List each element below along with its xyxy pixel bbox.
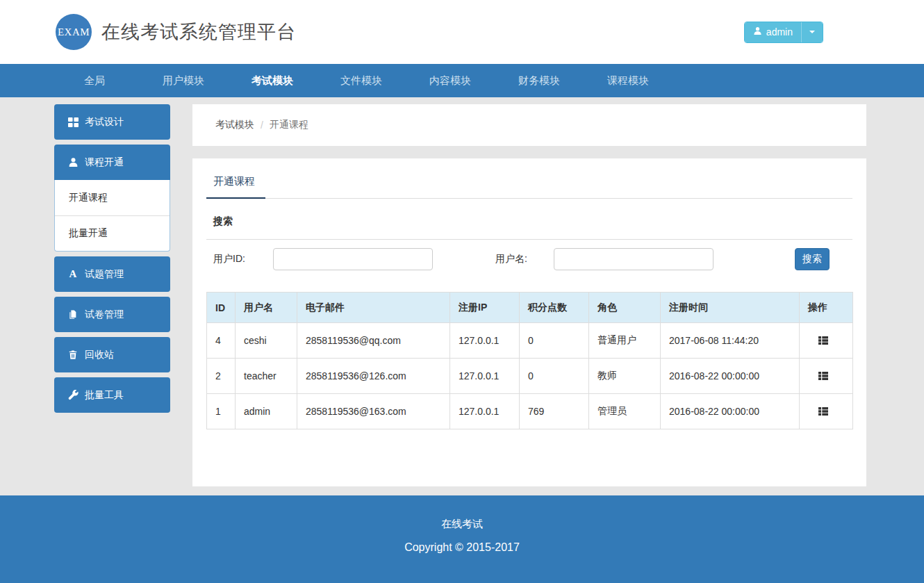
cell-id: 4 <box>207 323 236 359</box>
footer: 在线考试 Copyright © 2015-2017 <box>0 495 924 583</box>
sidebar-submenu: 开通课程 批量开通 <box>54 180 170 252</box>
sidebar-subitem-open-course[interactable]: 开通课程 <box>55 180 170 215</box>
cell-username: admin <box>236 394 297 429</box>
chevron-down-icon <box>809 31 815 33</box>
header: EXAM 在线考试系统管理平台 admin <box>0 0 924 64</box>
sidebar-item-label: 试题管理 <box>85 268 124 281</box>
divider <box>206 239 852 240</box>
cell-id: 2 <box>207 359 236 394</box>
cell-ip: 127.0.0.1 <box>450 323 520 359</box>
user-dropdown-button[interactable] <box>801 22 823 42</box>
sidebar-item-label: 回收站 <box>85 349 114 361</box>
top-navbar: 全局 用户模块 考试模块 文件模块 内容模块 财务模块 课程模块 <box>0 64 924 97</box>
tabs-bar: 开通课程 <box>206 158 852 199</box>
cell-role: 管理员 <box>589 394 661 429</box>
col-header-points: 积分点数 <box>520 293 589 323</box>
wrench-icon <box>67 390 79 400</box>
cell-email: 2858119536@qq.com <box>297 323 450 359</box>
sidebar-item-question-management[interactable]: A 试题管理 <box>54 256 170 292</box>
sidebar-item-label: 批量工具 <box>85 389 124 402</box>
cell-username: ceshi <box>236 323 297 359</box>
sidebar-item-batch-tools[interactable]: 批量工具 <box>54 377 170 413</box>
sidebar-subitem-batch-open[interactable]: 批量开通 <box>55 215 170 251</box>
row-actions-button[interactable] <box>815 369 832 383</box>
nav-item-course-module[interactable]: 课程模块 <box>584 64 673 97</box>
tab-open-course[interactable]: 开通课程 <box>206 175 265 199</box>
nav-item-global[interactable]: 全局 <box>50 64 139 97</box>
user-menu: admin <box>744 22 823 43</box>
cell-points: 0 <box>520 323 589 359</box>
col-header-role: 角色 <box>589 293 661 323</box>
font-icon: A <box>67 269 79 279</box>
user-id-input[interactable] <box>273 248 433 270</box>
col-header-time: 注册时间 <box>661 293 800 323</box>
col-header-operations: 操作 <box>800 293 853 323</box>
col-header-username: 用户名 <box>236 293 297 323</box>
cell-role: 教师 <box>589 359 661 394</box>
logo-text: EXAM <box>58 26 90 38</box>
col-header-ip: 注册IP <box>450 293 520 323</box>
sidebar-item-paper-management[interactable]: 试卷管理 <box>54 297 170 332</box>
sidebar: 考试设计 课程开通 开通课程 批量开通 A 试题管理 试卷管理 回收站 <box>54 104 170 418</box>
list-icon <box>818 406 829 417</box>
cell-role: 普通用户 <box>589 323 661 359</box>
breadcrumb: 考试模块 / 开通课程 <box>192 104 866 146</box>
col-header-id: ID <box>207 293 236 323</box>
copy-icon <box>67 309 79 320</box>
trash-icon <box>67 350 79 360</box>
search-section-title: 搜索 <box>213 215 852 228</box>
users-table: ID 用户名 电子邮件 注册IP 积分点数 角色 注册时间 操作 4 ceshi… <box>206 292 853 429</box>
table-header-row: ID 用户名 电子邮件 注册IP 积分点数 角色 注册时间 操作 <box>207 293 853 323</box>
table-row: 4 ceshi 2858119536@qq.com 127.0.0.1 0 普通… <box>207 323 853 359</box>
username-input[interactable] <box>554 248 713 270</box>
sidebar-item-exam-design[interactable]: 考试设计 <box>54 104 170 140</box>
cell-points: 0 <box>520 359 589 394</box>
user-icon <box>753 26 762 38</box>
breadcrumb-item-exam-module[interactable]: 考试模块 <box>215 119 254 131</box>
footer-site-name: 在线考试 <box>0 495 924 531</box>
cell-operations <box>800 359 853 394</box>
nav-item-file-module[interactable]: 文件模块 <box>317 64 406 97</box>
col-header-email: 电子邮件 <box>297 293 450 323</box>
cell-operations <box>800 394 853 429</box>
cell-time: 2016-08-22 00:00:00 <box>661 394 800 429</box>
cell-ip: 127.0.0.1 <box>450 359 520 394</box>
table-row: 1 admin 2858119536@163.com 127.0.0.1 769… <box>207 394 853 429</box>
nav-item-finance-module[interactable]: 财务模块 <box>495 64 584 97</box>
nav-item-exam-module[interactable]: 考试模块 <box>228 64 317 97</box>
sidebar-item-label: 试卷管理 <box>85 309 124 321</box>
cell-email: 2858119536@163.com <box>297 394 450 429</box>
row-actions-button[interactable] <box>815 334 832 347</box>
sidebar-item-course-open[interactable]: 课程开通 <box>54 145 170 180</box>
footer-copyright: Copyright © 2015-2017 <box>0 541 924 554</box>
cell-id: 1 <box>207 394 236 429</box>
sidebar-group-course-open: 课程开通 开通课程 批量开通 <box>54 145 170 252</box>
sidebar-item-label: 考试设计 <box>85 116 124 129</box>
cell-username: teacher <box>236 359 297 394</box>
table-row: 2 teacher 2858119536@126.com 127.0.0.1 0… <box>207 359 853 394</box>
cell-ip: 127.0.0.1 <box>450 394 520 429</box>
user-icon <box>67 157 79 167</box>
row-actions-button[interactable] <box>815 404 832 418</box>
cell-time: 2016-08-22 00:00:00 <box>661 359 800 394</box>
nav-item-user-module[interactable]: 用户模块 <box>139 64 228 97</box>
nav-item-content-module[interactable]: 内容模块 <box>406 64 495 97</box>
sidebar-item-recycle-bin[interactable]: 回收站 <box>54 337 170 372</box>
cell-email: 2858119536@126.com <box>297 359 450 394</box>
cell-points: 769 <box>520 394 589 429</box>
sidebar-item-label: 课程开通 <box>85 156 124 169</box>
search-form: 用户ID: 用户名: 搜索 <box>206 248 852 270</box>
cell-operations <box>800 323 853 359</box>
user-id-label: 用户ID: <box>213 253 245 265</box>
page-title: 在线考试系统管理平台 <box>101 19 296 44</box>
breadcrumb-separator: / <box>261 120 263 131</box>
list-icon <box>818 370 829 381</box>
search-button[interactable]: 搜索 <box>795 248 830 270</box>
user-button-label: admin <box>766 26 793 38</box>
cell-time: 2017-06-08 11:44:20 <box>661 323 800 359</box>
grid-icon <box>67 117 79 127</box>
user-button[interactable]: admin <box>745 22 801 42</box>
list-icon <box>818 335 829 346</box>
breadcrumb-item-current: 开通课程 <box>270 119 308 131</box>
main-content-panel: 开通课程 搜索 用户ID: 用户名: 搜索 ID 用户名 电子邮件 注册IP 积… <box>192 158 866 486</box>
